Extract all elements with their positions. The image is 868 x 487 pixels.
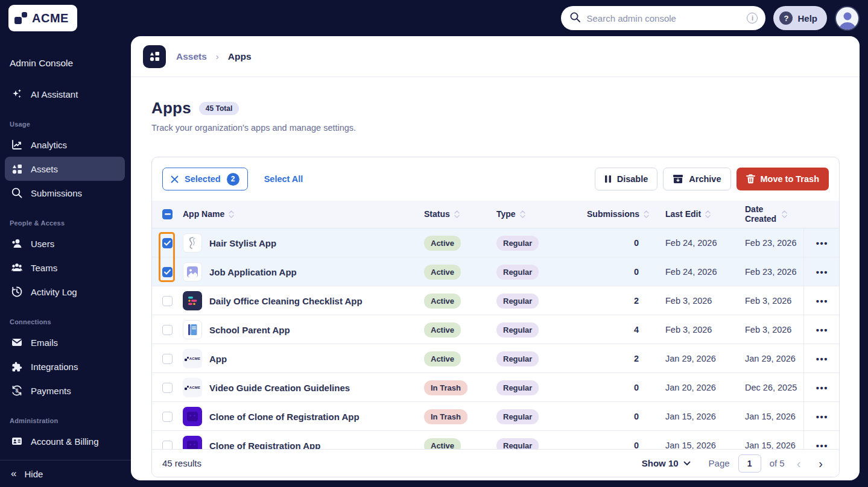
- last-edit-date: Jan 15, 2026: [665, 441, 745, 449]
- date-created: Dec 26, 2025: [745, 383, 803, 392]
- sort-submissions-icon[interactable]: [644, 210, 649, 219]
- chevron-down-icon: [683, 461, 691, 466]
- sidebar-item-users[interactable]: Users: [5, 231, 125, 256]
- table-row[interactable]: Clone of Clone of Registration App In Tr…: [152, 402, 839, 431]
- sidebar-item-account-billing[interactable]: Account & Billing: [5, 429, 125, 453]
- page-number-input[interactable]: [738, 454, 761, 473]
- trash-icon: [746, 174, 755, 184]
- app-name[interactable]: Hair Stylist App: [209, 238, 276, 248]
- move-to-trash-button[interactable]: Move to Trash: [737, 168, 829, 190]
- table-row[interactable]: ACME App Active Regular 2 Jan 29, 2026 J…: [152, 344, 839, 373]
- clear-selection-button[interactable]: Selected 2: [162, 168, 248, 190]
- row-checkbox[interactable]: [162, 412, 173, 422]
- section-administration: Administration: [0, 403, 131, 429]
- app-name[interactable]: Daily Office Cleaning Checklist App: [209, 296, 363, 306]
- table-body: App Name Status Type Submissions Last Ed…: [152, 201, 839, 449]
- sidebar-item-assets[interactable]: Assets: [5, 157, 125, 181]
- status-badge: Active: [424, 322, 461, 338]
- sort-type-icon[interactable]: [520, 210, 525, 219]
- table-row[interactable]: Hair Stylist App Active Regular 0 Feb 24…: [152, 228, 839, 257]
- sidebar-item-submissions[interactable]: Submissions: [5, 181, 125, 205]
- archive-button[interactable]: Archive: [663, 168, 730, 190]
- submissions-count: 2: [587, 296, 665, 306]
- table-header-row: App Name Status Type Submissions Last Ed…: [152, 201, 839, 228]
- sort-date-created-icon[interactable]: [782, 210, 787, 219]
- sidebar-item-ai-assistant[interactable]: AI Assistant: [5, 82, 125, 106]
- selected-count-badge: 2: [227, 173, 239, 186]
- table-row[interactable]: School Parent App Active Regular 4 Feb 3…: [152, 315, 839, 344]
- status-badge: In Trash: [424, 409, 467, 424]
- sidebar-item-analytics[interactable]: Analytics: [5, 133, 125, 157]
- row-checkbox[interactable]: [162, 383, 173, 393]
- sparkles-icon: [11, 88, 23, 100]
- row-actions-button[interactable]: •••: [814, 351, 831, 367]
- row-actions-button[interactable]: •••: [814, 235, 831, 251]
- brand-logo[interactable]: ACME: [8, 5, 77, 31]
- admin-search[interactable]: i: [561, 6, 765, 30]
- sidebar-item-payments[interactable]: $ Payments: [5, 379, 125, 403]
- id-card-icon: [11, 435, 23, 447]
- date-created: Feb 3, 2026: [745, 296, 803, 306]
- status-badge: Active: [424, 265, 461, 280]
- sort-last-edit-icon[interactable]: [705, 210, 711, 219]
- row-checkbox[interactable]: [162, 354, 173, 364]
- row-actions-button[interactable]: •••: [814, 380, 831, 396]
- dollar-cycle-icon: $: [11, 385, 23, 397]
- sort-app-name-icon[interactable]: [229, 210, 234, 219]
- show-per-page-select[interactable]: Show 10: [642, 458, 691, 468]
- hide-sidebar-button[interactable]: « Hide: [0, 460, 131, 487]
- row-checkbox[interactable]: [162, 296, 173, 306]
- row-checkbox[interactable]: [162, 441, 173, 450]
- section-people-access: People & Access: [0, 205, 131, 231]
- table-row[interactable]: Job Application App Active Regular 0 Feb…: [152, 257, 839, 286]
- last-edit-date: Jan 15, 2026: [665, 412, 745, 421]
- total-count-badge: 45 Total: [199, 102, 239, 115]
- help-button[interactable]: ? Help: [773, 6, 827, 30]
- app-name[interactable]: School Parent App: [209, 325, 290, 335]
- row-actions-button[interactable]: •••: [814, 322, 831, 338]
- next-page-button[interactable]: ›: [813, 457, 829, 470]
- row-checkbox[interactable]: [162, 267, 173, 277]
- sort-status-icon[interactable]: [454, 210, 460, 219]
- select-all-button[interactable]: Select All: [264, 174, 303, 184]
- table-row[interactable]: ACME Video Guide Creation Guidelines In …: [152, 373, 839, 402]
- row-actions-button[interactable]: •••: [814, 409, 831, 425]
- app-name[interactable]: App: [209, 354, 227, 364]
- search-input[interactable]: [586, 13, 741, 24]
- submissions-count: 0: [587, 267, 665, 277]
- table-row[interactable]: Daily Office Cleaning Checklist App Acti…: [152, 286, 839, 315]
- breadcrumb-assets-link[interactable]: Assets: [176, 51, 207, 62]
- last-edit-date: Feb 3, 2026: [665, 296, 745, 306]
- table-row[interactable]: Clone of Registration App Active Regular…: [152, 431, 839, 449]
- app-name[interactable]: Job Application App: [209, 267, 297, 277]
- app-name[interactable]: Clone of Clone of Registration App: [209, 412, 360, 422]
- page-of-label: of 5: [770, 458, 785, 468]
- submissions-count: 0: [587, 412, 665, 421]
- date-created: Feb 3, 2026: [745, 325, 803, 335]
- date-created: Feb 23, 2026: [745, 267, 803, 277]
- puzzle-icon: [11, 360, 23, 372]
- disable-button[interactable]: Disable: [595, 168, 658, 190]
- row-checkbox[interactable]: [162, 238, 173, 248]
- app-name[interactable]: Clone of Registration App: [209, 441, 320, 450]
- info-icon[interactable]: i: [747, 13, 758, 24]
- brand-name: ACME: [32, 11, 69, 25]
- status-badge: Active: [424, 438, 461, 450]
- row-actions-button[interactable]: •••: [814, 264, 831, 280]
- row-actions-button[interactable]: •••: [814, 438, 831, 450]
- status-badge: Active: [424, 351, 461, 366]
- analytics-icon: [11, 139, 23, 151]
- row-actions-button[interactable]: •••: [814, 293, 831, 309]
- app-icon: [183, 436, 202, 449]
- sidebar-item-teams[interactable]: Teams: [5, 256, 125, 280]
- sidebar-item-integrations[interactable]: Integrations: [5, 354, 125, 379]
- row-checkbox[interactable]: [162, 325, 173, 335]
- table-toolbar: Selected 2 Select All Disable Archive: [152, 157, 839, 201]
- select-all-checkbox[interactable]: [162, 209, 173, 219]
- app-icon: [183, 233, 202, 253]
- sidebar-item-emails[interactable]: Emails: [5, 330, 125, 354]
- prev-page-button[interactable]: ‹: [791, 457, 807, 470]
- avatar[interactable]: [835, 6, 860, 31]
- sidebar-item-activity-log[interactable]: Activity Log: [5, 280, 125, 304]
- app-name[interactable]: Video Guide Creation Guidelines: [209, 383, 350, 393]
